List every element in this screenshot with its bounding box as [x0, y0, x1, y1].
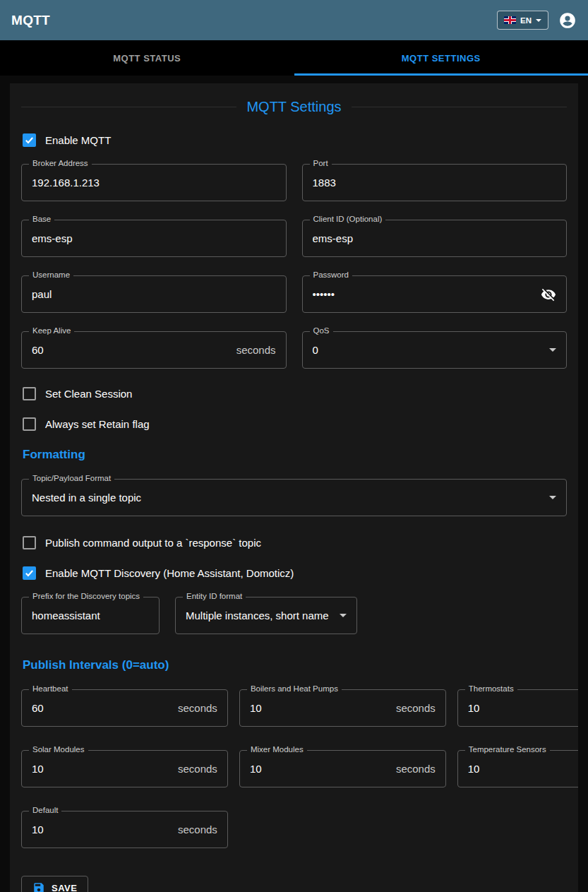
boilers-label: Boilers and Heat Pumps	[247, 684, 342, 693]
save-button[interactable]: SAVE	[21, 876, 88, 892]
enable-mqtt-checkbox-row[interactable]: Enable MQTT	[23, 133, 565, 147]
divider-line	[352, 107, 567, 107]
qos-label: QoS	[310, 326, 333, 335]
password-field[interactable]: Password	[302, 275, 568, 313]
save-button-label: SAVE	[52, 883, 77, 892]
mixer-modules-input[interactable]	[250, 763, 390, 775]
appbar-actions: EN	[497, 11, 577, 30]
base-field[interactable]: Base	[21, 220, 287, 257]
boilers-field[interactable]: Boilers and Heat Pumps seconds	[239, 689, 446, 727]
retain-flag-checkbox[interactable]	[23, 417, 36, 431]
default-interval-input[interactable]	[32, 823, 172, 835]
caret-down-icon	[549, 496, 556, 499]
mixer-modules-unit: seconds	[396, 763, 436, 775]
solar-modules-input[interactable]	[32, 763, 172, 775]
username-field[interactable]: Username	[21, 275, 287, 313]
boilers-input[interactable]	[250, 702, 390, 714]
publish-response-checkbox-row[interactable]: Publish command output to a `response` t…	[23, 536, 565, 549]
topic-format-value: Nested in a single topic	[32, 492, 544, 504]
client-id-field[interactable]: Client ID (Optional)	[302, 220, 568, 257]
solar-modules-unit: seconds	[178, 763, 217, 775]
qos-select[interactable]: QoS 0	[302, 331, 568, 369]
client-id-input[interactable]	[313, 232, 557, 244]
thermostats-input[interactable]	[468, 702, 578, 714]
mixer-modules-field[interactable]: Mixer Modules seconds	[239, 750, 446, 787]
discovery-checkbox-row[interactable]: Enable MQTT Discovery (Home Assistant, D…	[23, 566, 565, 580]
divider-line	[21, 107, 236, 107]
enable-mqtt-label: Enable MQTT	[45, 134, 111, 146]
default-interval-label: Default	[29, 806, 61, 814]
heartbeat-label: Heartbeat	[29, 684, 72, 693]
check-icon	[24, 568, 35, 578]
broker-address-input[interactable]	[32, 177, 276, 189]
discovery-prefix-field[interactable]: Prefix for the Discovery topics	[21, 597, 160, 634]
password-label: Password	[310, 270, 353, 279]
language-label: EN	[520, 16, 532, 25]
qos-value: 0	[313, 344, 544, 356]
eye-off-icon[interactable]	[541, 287, 556, 302]
tab-mqtt-settings[interactable]: MQTT SETTINGS	[294, 40, 588, 76]
retain-flag-label: Always set Retain flag	[45, 418, 150, 430]
save-icon	[32, 881, 45, 892]
broker-address-field[interactable]: Broker Address	[21, 164, 287, 201]
heartbeat-field[interactable]: Heartbeat seconds	[21, 689, 228, 727]
language-selector-button[interactable]: EN	[497, 11, 548, 30]
heartbeat-unit: seconds	[178, 702, 217, 714]
base-clientid-row: Base Client ID (Optional)	[21, 220, 567, 257]
caret-down-icon	[549, 348, 556, 352]
enable-mqtt-checkbox[interactable]	[23, 133, 36, 147]
broker-port-row: Broker Address Port	[21, 164, 567, 201]
app-title: MQTT	[11, 13, 50, 28]
port-input[interactable]	[313, 177, 557, 189]
active-tab-indicator	[294, 73, 588, 76]
heartbeat-input[interactable]	[32, 702, 172, 714]
mqtt-settings-screen: MQTT EN MQTT STATUS MQTT SETTINGS MQTT S…	[0, 0, 588, 892]
intervals-grid: Heartbeat seconds Boilers and Heat Pumps…	[21, 689, 567, 848]
topic-format-label: Topic/Payload Format	[29, 474, 114, 482]
discovery-checkbox[interactable]	[23, 566, 36, 580]
keep-alive-field[interactable]: Keep Alive seconds	[21, 331, 287, 369]
keepalive-qos-row: Keep Alive seconds QoS 0	[21, 331, 567, 369]
thermostats-field[interactable]: Thermostats seconds	[457, 689, 578, 727]
client-id-label: Client ID (Optional)	[310, 215, 386, 223]
tab-mqtt-status[interactable]: MQTT STATUS	[0, 40, 294, 76]
section-header: MQTT Settings	[21, 99, 567, 115]
entity-format-select[interactable]: Entity ID format Multiple instances, sho…	[175, 597, 357, 634]
username-label: Username	[29, 270, 73, 279]
uk-flag-icon	[504, 16, 516, 24]
discovery-prefix-input[interactable]	[32, 609, 149, 622]
keep-alive-input[interactable]	[32, 344, 231, 356]
retain-flag-checkbox-row[interactable]: Always set Retain flag	[23, 417, 565, 431]
publish-response-label: Publish command output to a `response` t…	[45, 537, 261, 549]
temperature-sensors-field[interactable]: Temperature Sensors seconds	[457, 750, 578, 787]
password-input[interactable]	[313, 288, 536, 300]
settings-form: MQTT Settings Enable MQTT Broker Address…	[10, 83, 578, 892]
discovery-label: Enable MQTT Discovery (Home Assistant, D…	[45, 567, 294, 579]
formatting-heading: Formatting	[23, 448, 565, 462]
account-circle-icon[interactable]	[558, 11, 577, 30]
clean-session-checkbox-row[interactable]: Set Clean Session	[23, 387, 565, 400]
solar-modules-field[interactable]: Solar Modules seconds	[21, 750, 228, 787]
broker-address-label: Broker Address	[29, 159, 92, 167]
base-input[interactable]	[32, 232, 276, 244]
username-input[interactable]	[32, 288, 276, 300]
publish-response-checkbox[interactable]	[23, 536, 36, 549]
clean-session-checkbox[interactable]	[23, 387, 36, 400]
intervals-heading: Publish Intervals (0=auto)	[23, 658, 565, 672]
username-password-row: Username Password	[21, 275, 567, 313]
page-title: MQTT Settings	[246, 99, 341, 115]
keep-alive-label: Keep Alive	[29, 326, 74, 335]
topic-format-select[interactable]: Topic/Payload Format Nested in a single …	[21, 479, 567, 516]
tab-bar: MQTT STATUS MQTT SETTINGS	[0, 40, 588, 76]
thermostats-label: Thermostats	[465, 684, 517, 693]
keep-alive-unit: seconds	[236, 344, 276, 356]
discovery-prefix-label: Prefix for the Discovery topics	[29, 592, 143, 600]
port-field[interactable]: Port	[302, 164, 568, 201]
entity-format-value: Multiple instances, short name	[186, 609, 334, 622]
solar-modules-label: Solar Modules	[29, 745, 88, 754]
temperature-sensors-label: Temperature Sensors	[465, 745, 550, 754]
caret-down-icon	[536, 19, 541, 22]
caret-down-icon	[340, 614, 347, 617]
default-interval-field[interactable]: Default seconds	[21, 811, 228, 848]
temperature-sensors-input[interactable]	[468, 763, 578, 775]
